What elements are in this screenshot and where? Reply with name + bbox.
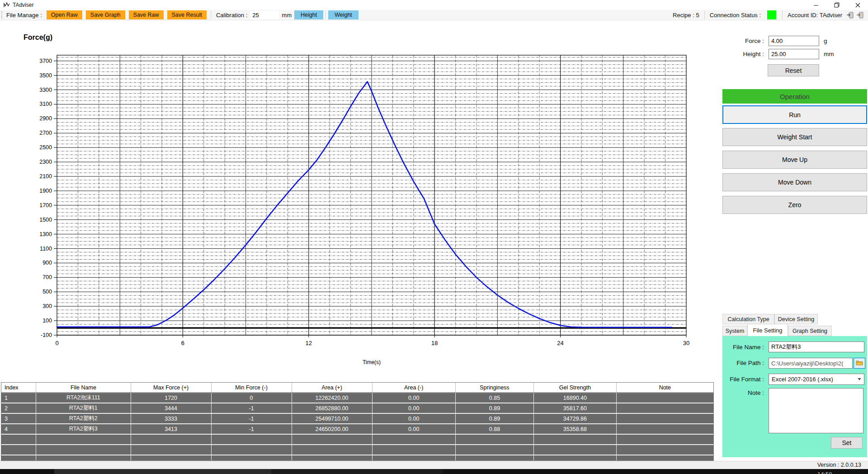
svg-text:12: 12 <box>306 340 312 346</box>
tab-file-setting[interactable]: File Setting <box>747 324 788 336</box>
cell <box>131 455 212 461</box>
open-raw-button[interactable]: Open Raw <box>47 10 82 19</box>
svg-text:500: 500 <box>42 289 52 295</box>
taskbar-segment <box>271 469 443 474</box>
cell <box>456 455 534 461</box>
svg-text:2900: 2900 <box>39 115 52 122</box>
file-path-input[interactable] <box>769 358 853 369</box>
tab-device-setting[interactable]: Device Setting <box>774 314 818 324</box>
logout-icon[interactable] <box>856 12 863 19</box>
tab-graph-setting[interactable]: Graph Setting <box>788 326 832 336</box>
login-icon[interactable] <box>846 12 854 19</box>
table-row[interactable]: 3 RTA2塑料2 3333 -1 25499710.00 0.00 0.89 … <box>1 414 713 424</box>
set-button[interactable]: Set <box>831 437 863 449</box>
force-time-chart: -100100300500700900110013001500170019002… <box>0 20 719 382</box>
zero-button[interactable]: Zero <box>722 196 867 214</box>
force-label: Force : <box>719 38 764 44</box>
svg-text:18: 18 <box>431 340 438 346</box>
cell: 3413 <box>131 424 212 434</box>
svg-text:3500: 3500 <box>39 72 52 79</box>
table-row[interactable]: 1 RTA2泡沫111 1720 0 12262420.00 0.00 0.85… <box>1 393 713 403</box>
cell: 16890.40 <box>534 393 617 403</box>
col-header-min-force: Min Force (-) <box>212 383 292 392</box>
file-path-label: File Path : <box>721 360 764 366</box>
svg-text:700: 700 <box>42 274 52 280</box>
weight-start-button[interactable]: Weight Start <box>722 128 867 146</box>
results-table[interactable]: Index File Name Max Force (+) Min Force … <box>1 382 714 461</box>
folder-icon <box>856 359 863 367</box>
tab-calculation-type[interactable]: Calculation Type <box>722 314 774 324</box>
toolbar: File Manage : Open Raw Save Graph Save R… <box>0 10 868 20</box>
height-button[interactable]: Height <box>294 10 323 19</box>
cell: 24650200.00 <box>292 424 373 434</box>
cell <box>36 435 131 444</box>
cell: RTA2塑料3 <box>36 424 131 434</box>
save-result-button[interactable]: Save Result <box>167 10 207 19</box>
minimize-button[interactable] <box>806 0 826 10</box>
close-button[interactable] <box>847 0 868 10</box>
separator <box>326 11 326 19</box>
weight-button[interactable]: Weight <box>328 10 359 19</box>
cell <box>212 435 292 444</box>
run-button[interactable]: Run <box>722 105 867 124</box>
file-name-input[interactable] <box>769 341 864 352</box>
file-name-label: File Name : <box>721 344 764 351</box>
cell <box>36 445 131 455</box>
svg-text:100: 100 <box>42 318 52 324</box>
calibration-input[interactable] <box>250 11 279 19</box>
svg-text:3100: 3100 <box>39 101 52 107</box>
cell <box>617 403 713 413</box>
save-graph-button[interactable]: Save Graph <box>86 10 125 19</box>
cell <box>1 435 36 444</box>
toolbar-grip <box>1 11 4 19</box>
table-row[interactable]: 2 RTA2塑料1 3444 -1 26852880.00 0.00 0.89 … <box>1 403 713 414</box>
force-input[interactable] <box>769 36 819 46</box>
cell <box>617 445 713 455</box>
table-row-empty[interactable] <box>1 435 713 445</box>
move-down-button[interactable]: Move Down <box>722 173 867 191</box>
cell <box>373 455 456 461</box>
taskbar[interactable]: 14:58 <box>0 469 868 474</box>
connection-status-label: Connection Status : <box>710 12 761 19</box>
svg-text:2500: 2500 <box>39 144 52 151</box>
col-header-file-name: File Name <box>36 383 131 392</box>
note-textarea[interactable] <box>769 388 863 433</box>
file-format-value: Excel 2007-2016 (.xlsx) <box>772 376 833 383</box>
save-raw-button[interactable]: Save Raw <box>129 10 164 19</box>
height-input[interactable] <box>769 49 819 59</box>
cell: 0 <box>212 393 292 403</box>
svg-text:2100: 2100 <box>39 173 52 180</box>
file-format-label: File Format : <box>721 376 764 383</box>
cell: RTA2泡沫111 <box>36 393 131 403</box>
cell <box>292 445 373 455</box>
move-up-button[interactable]: Move Up <box>722 151 867 169</box>
table-row-empty[interactable] <box>1 445 713 455</box>
table-row-empty[interactable] <box>1 455 713 461</box>
table-row[interactable]: 4 RTA2塑料3 3413 -1 24650200.00 0.00 0.88 … <box>1 424 713 435</box>
calibration-label: Calibration : <box>216 12 247 19</box>
cell: 3333 <box>131 414 212 423</box>
col-header-index: Index <box>1 383 36 392</box>
cell <box>373 445 456 455</box>
operation-header: Operation <box>722 89 867 104</box>
cell: -1 <box>212 403 292 413</box>
browse-folder-button[interactable] <box>854 358 865 369</box>
cell: 0.85 <box>456 393 534 403</box>
cell: 3 <box>1 414 36 423</box>
file-manage-label: File Manage : <box>6 12 42 19</box>
file-format-select[interactable]: Excel 2007-2016 (.xlsx) <box>769 374 864 385</box>
svg-text:-100: -100 <box>41 332 52 338</box>
note-label: Note : <box>721 389 764 396</box>
tab-system[interactable]: System <box>722 326 747 336</box>
col-header-max-force: Max Force (+) <box>131 383 212 392</box>
cell <box>617 424 713 434</box>
restore-button[interactable] <box>826 0 847 10</box>
svg-text:1300: 1300 <box>39 231 52 237</box>
reset-button[interactable]: Reset <box>768 64 819 76</box>
col-header-note: Note <box>617 383 713 392</box>
taskbar-clock: 14:58 <box>817 471 832 474</box>
svg-text:Time(s): Time(s) <box>363 359 381 365</box>
cell: -1 <box>212 424 292 434</box>
cell: 12262420.00 <box>292 393 373 403</box>
account-id-label: Account ID: TAdviser <box>788 12 842 19</box>
